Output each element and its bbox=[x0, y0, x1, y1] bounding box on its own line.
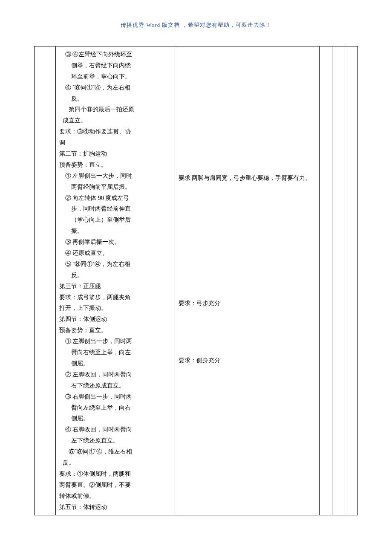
content-line: ③ 右脚侧出一步，同时两 bbox=[59, 391, 171, 402]
content-line: 反。 bbox=[59, 93, 171, 104]
table-col-1 bbox=[35, 46, 56, 515]
content-line: ① 左脚侧出一步，同时两 bbox=[59, 336, 171, 347]
content-line: ④ 右脚收回，同时两臂向 bbox=[59, 424, 171, 435]
content-line: 第五节：体转运动 bbox=[59, 502, 171, 513]
content-line: ⑤˜⑧同①˜④，维左右相 bbox=[63, 446, 171, 457]
content-line: 第四节：体侧运动 bbox=[59, 314, 171, 325]
content-line: 转体或前倾。 bbox=[59, 491, 171, 502]
content-line: ② 向左转体 90 度成左弓 bbox=[59, 193, 171, 204]
content-line: 预备姿势：直立。 bbox=[59, 325, 171, 336]
content-line: 成直立。 bbox=[63, 115, 171, 126]
content-line: 步，同时两臂经前伸直 bbox=[59, 203, 171, 214]
requirement-1: 要求 两脚与肩同宽，弓步重心要稳，手臂要有力。 bbox=[179, 173, 316, 184]
content-line: ③ 再侧举后振一次。 bbox=[59, 237, 171, 248]
content-line: 振。 bbox=[59, 225, 171, 237]
content-line: 要求：①体侧屈时，两腿和 bbox=[59, 468, 171, 480]
content-line: 第四个⑧的最后一拍还原 bbox=[63, 104, 171, 115]
content-line: ② 左脚收回，同时两臂向 bbox=[59, 369, 171, 380]
content-line: 臂向右绕至上举，向左 bbox=[59, 347, 171, 358]
content-line: 两臂要直。②侧屈时，不要 bbox=[59, 480, 171, 491]
lesson-plan-table: ③ ④左臂经下向外绕环至侧举，右臂经下向内绕环至前举，掌心向下。④ ˜⑧同①˜④… bbox=[34, 46, 358, 515]
content-line: 第三节：正压腿 bbox=[59, 281, 171, 292]
content-line: （掌心向上）至侧举后 bbox=[59, 214, 171, 225]
content-line: 要求：成弓箭步，两腿夹角 bbox=[59, 292, 171, 303]
content-line: 侧屈。 bbox=[59, 413, 171, 424]
content-line: 第二节：扩胸运动 bbox=[59, 148, 171, 159]
content-line: 两臂经胸前平屈后振。 bbox=[59, 182, 171, 193]
content-line: ⑤ ˜⑧同①˜④，为左右相 bbox=[59, 259, 171, 270]
content-line: 臂向左绕至上举，向右 bbox=[59, 402, 171, 413]
content-line: 侧举，右臂经下向内绕 bbox=[59, 60, 171, 71]
content-line: 左下绕还原直立。 bbox=[59, 435, 171, 446]
content-line: ③ ④左臂经下向外绕环至 bbox=[59, 49, 171, 60]
table-col-5 bbox=[332, 46, 345, 515]
table-col-3-content: 要求 两脚与肩同宽，弓步重心要稳，手臂要有力。 要求：弓步充分 要求：侧身充分 bbox=[175, 46, 319, 515]
content-line: 预备姿势：直立。 bbox=[59, 159, 171, 171]
content-line: 要求：③④动作要连贯、协 bbox=[59, 126, 171, 137]
content-line: ④ ˜⑧同①˜④，为左右相 bbox=[59, 82, 171, 93]
content-line: 打开，上下振动。 bbox=[59, 303, 171, 314]
table-col-4 bbox=[320, 46, 332, 515]
content-line: ① 左脚侧出一大步，同时 bbox=[59, 171, 171, 182]
requirement-3: 要求：侧身充分 bbox=[179, 355, 316, 366]
content-line: 环至前举，掌心向下。 bbox=[59, 71, 171, 82]
content-line: 调 bbox=[59, 137, 171, 148]
page-header: 传播优秀 Word 版文档 ，希望对您有帮助，可双击去除！ bbox=[34, 21, 358, 29]
table-col-2-content: ③ ④左臂经下向外绕环至侧举，右臂经下向内绕环至前举，掌心向下。④ ˜⑧同①˜④… bbox=[55, 46, 175, 515]
content-line: 侧屈。 bbox=[59, 358, 171, 369]
content-line: 反。 bbox=[59, 270, 171, 281]
content-line: 右下绕还原成直立。 bbox=[59, 380, 171, 391]
requirement-2: 要求：弓步充分 bbox=[179, 298, 316, 309]
content-line: ④ 还原成直立。 bbox=[59, 248, 171, 259]
table-col-6 bbox=[345, 46, 358, 515]
content-line: 反。 bbox=[63, 457, 171, 468]
